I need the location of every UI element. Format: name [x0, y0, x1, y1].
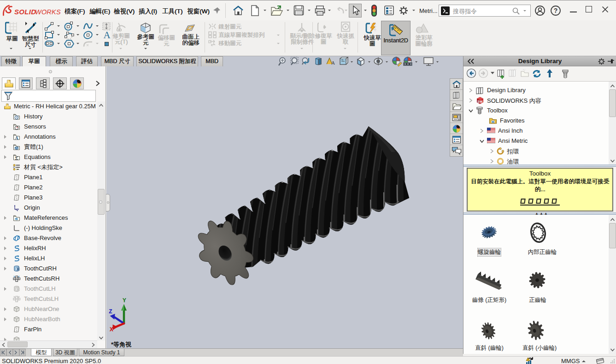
svg-text:Z: Z — [109, 308, 112, 315]
svg-text:X: X — [110, 326, 113, 331]
svg-text:?: ? — [554, 7, 558, 14]
svg-text:WORKS: WORKS — [35, 8, 61, 16]
svg-text:A: A — [331, 60, 335, 65]
svg-text:A: A — [15, 135, 18, 141]
svg-text:SW: SW — [477, 100, 483, 103]
svg-text:!: ! — [528, 358, 528, 361]
svg-text:SOLID: SOLID — [14, 8, 36, 16]
svg-text:Y: Y — [123, 297, 126, 304]
svg-text:Σ: Σ — [15, 156, 18, 161]
